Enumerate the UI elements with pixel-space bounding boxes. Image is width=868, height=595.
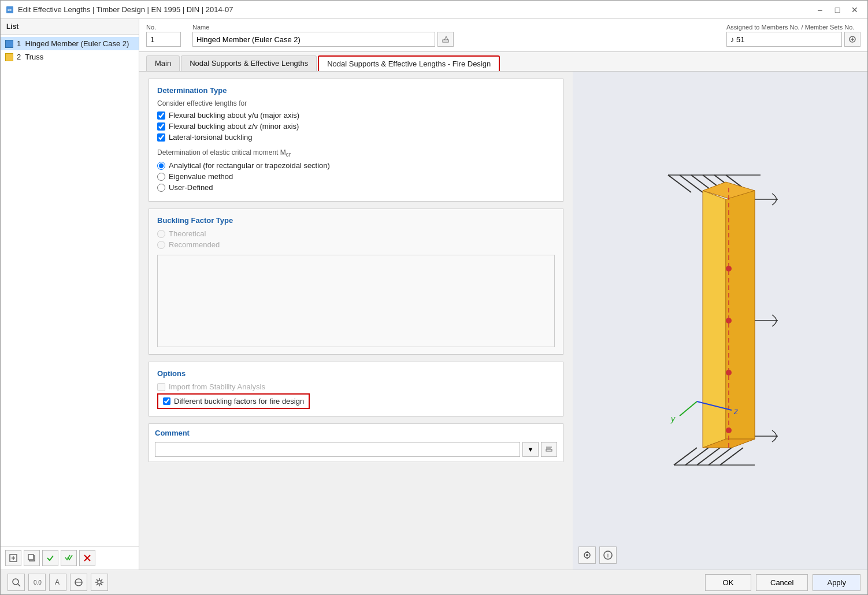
checkbox-flex-z-label: Flexural buckling about z/v (minor axis): [169, 122, 299, 131]
name-input[interactable]: [192, 32, 435, 47]
assigned-label: Assigned to Members No. / Member Sets No…: [726, 24, 860, 31]
minimize-button[interactable]: –: [812, 2, 828, 18]
tab-nodal[interactable]: Nodal Supports & Effective Lengths: [181, 55, 317, 71]
radio-user: User-Defined: [157, 183, 555, 192]
window-title: Edit Effective Lengths | Timber Design |…: [18, 5, 808, 14]
radio-theoretical: Theoretical: [157, 229, 555, 238]
svg-point-38: [726, 370, 732, 375]
assigned-input[interactable]: [726, 32, 842, 47]
bottom-bar: 0.00 A OK Cancel Apply: [1, 570, 867, 594]
name-edit-button[interactable]: [437, 32, 454, 47]
assigned-input-row: [726, 32, 860, 47]
svg-point-53: [13, 579, 18, 585]
radio-eigenvalue: Eigenvalue method: [157, 172, 555, 181]
svg-rect-13: [546, 449, 552, 451]
no-label: No.: [146, 24, 181, 31]
copy-button[interactable]: [24, 550, 40, 566]
ok-button[interactable]: OK: [705, 574, 751, 591]
maximize-button[interactable]: □: [829, 2, 845, 18]
svg-rect-6: [28, 555, 34, 560]
apply-button[interactable]: Apply: [813, 574, 860, 591]
radio-theoretical-input[interactable]: [157, 230, 165, 238]
delete-button[interactable]: [79, 550, 95, 566]
radio-analytical-label: Analytical (for rectangular or trapezoid…: [169, 161, 330, 170]
app-icon: ✏: [5, 5, 14, 14]
checkbox-different-buckling-input[interactable]: [163, 397, 170, 405]
svg-point-59: [98, 581, 101, 584]
svg-point-37: [726, 318, 732, 323]
tabs-bar: Main Nodal Supports & Effective Lengths …: [139, 52, 867, 72]
sidebar-footer: [1, 546, 139, 570]
name-input-row: [192, 32, 454, 47]
sidebar-item-1[interactable]: 1 Hinged Member (Euler Case 2): [1, 37, 139, 50]
radio-eigenvalue-label: Eigenvalue method: [169, 172, 233, 181]
svg-text:✏: ✏: [8, 7, 13, 13]
sidebar-item-label-1: 1 Hinged Member (Euler Case 2): [17, 39, 129, 48]
view2-button[interactable]: [70, 574, 87, 591]
radio-theoretical-label: Theoretical: [169, 229, 206, 238]
number-button[interactable]: 0.00: [28, 574, 46, 591]
cancel-button[interactable]: Cancel: [756, 574, 808, 591]
checkbox-lateral-input[interactable]: [157, 133, 165, 142]
svg-point-36: [726, 266, 732, 272]
assigned-edit-button[interactable]: [844, 32, 860, 47]
radio-recommended-label: Recommended: [169, 240, 220, 249]
radio-analytical-input[interactable]: [157, 162, 165, 170]
sidebar-item-icon-1: [5, 40, 13, 48]
checkbox-import-input[interactable]: [157, 383, 165, 391]
checkbox-flex-z-input[interactable]: [157, 122, 165, 131]
checkbox-flex-z: Flexural buckling about z/v (minor axis): [157, 122, 555, 131]
radio-user-label: User-Defined: [169, 183, 213, 192]
radio-eigenvalue-input[interactable]: [157, 173, 165, 181]
new-button[interactable]: [5, 550, 21, 566]
tab-main[interactable]: Main: [146, 55, 180, 71]
checkbox-flex-y-input[interactable]: [157, 111, 165, 120]
comment-input[interactable]: [155, 442, 520, 457]
buckling-title: Buckling Factor Type: [157, 216, 555, 225]
sidebar-header: List: [1, 19, 139, 35]
no-input[interactable]: [146, 32, 181, 47]
main-window: ✏ Edit Effective Lengths | Timber Design…: [0, 0, 868, 595]
tab-fire[interactable]: Nodal Supports & Effective Lengths - Fir…: [318, 55, 500, 71]
name-label: Name: [192, 24, 454, 31]
info-button[interactable]: i: [599, 546, 617, 564]
checkbox-lateral-label: Lateral-torsional buckling: [169, 133, 253, 142]
svg-text:A: A: [55, 578, 60, 586]
svg-line-54: [18, 584, 20, 586]
dialog-left: Determination Type Consider effective le…: [139, 72, 573, 570]
svg-marker-33: [726, 191, 755, 439]
top-form: No. Name Assigned to Members No. / Membe…: [139, 19, 867, 52]
options-title: Options: [157, 369, 555, 378]
text-button[interactable]: A: [49, 574, 66, 591]
svg-point-48: [586, 554, 588, 556]
close-button[interactable]: ✕: [847, 2, 863, 18]
dialog-right-actions: i: [578, 546, 617, 564]
radio-recommended-input[interactable]: [157, 241, 165, 249]
checkbox-lateral: Lateral-torsional buckling: [157, 133, 555, 142]
sidebar-item-icon-2: [5, 53, 13, 61]
search-button[interactable]: [8, 574, 25, 591]
radio-analytical: Analytical (for rectangular or trapezoid…: [157, 161, 555, 170]
check2-button[interactable]: [61, 550, 77, 566]
options-section: Options Import from Stability Analysis D…: [149, 362, 563, 416]
comment-edit-btn[interactable]: [541, 442, 557, 457]
check1-button[interactable]: [42, 550, 58, 566]
sidebar-item-2[interactable]: 2 Truss: [1, 50, 139, 64]
svg-text:y: y: [670, 414, 676, 423]
radio-user-input[interactable]: [157, 184, 165, 192]
comment-section: Comment ▼: [149, 423, 563, 462]
checkbox-different-buckling-label: Different buckling factors for fire desi…: [174, 397, 304, 406]
mcr-group: Determination of elastic critical moment…: [157, 148, 555, 192]
determination-title: Determination Type: [157, 86, 555, 95]
comment-dropdown-btn[interactable]: ▼: [522, 442, 539, 457]
svg-marker-32: [703, 191, 726, 448]
settings-button[interactable]: [91, 574, 108, 591]
no-group: No.: [146, 24, 181, 47]
dialog-content: Determination Type Consider effective le…: [139, 72, 867, 570]
comment-row: ▼: [155, 442, 557, 457]
svg-point-39: [726, 427, 732, 433]
bottom-right-buttons: OK Cancel Apply: [705, 574, 860, 591]
view-button[interactable]: [578, 546, 596, 564]
highlight-checkbox-row: Different buckling factors for fire desi…: [157, 393, 555, 409]
svg-text:i: i: [607, 552, 609, 559]
